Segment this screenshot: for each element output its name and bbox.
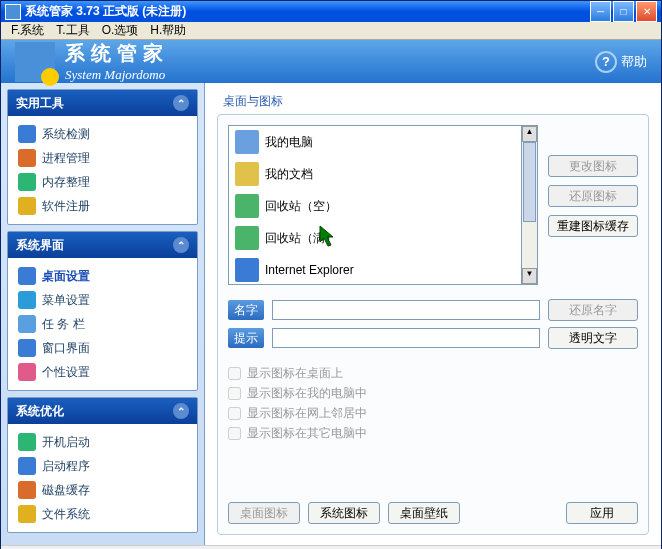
chevron-up-icon: ⌃ (173, 237, 189, 253)
chevron-up-icon: ⌃ (173, 403, 189, 419)
sidebar-item-2-3[interactable]: 文件系统 (12, 502, 193, 526)
nav-icon (18, 267, 36, 285)
nav-icon (18, 291, 36, 309)
chevron-up-icon: ⌃ (173, 95, 189, 111)
transparent-text-button[interactable]: 透明文字 (548, 327, 638, 349)
nav-icon (18, 339, 36, 357)
check-desktop-box[interactable] (228, 367, 241, 380)
nav-icon (18, 149, 36, 167)
scroll-thumb[interactable] (523, 142, 536, 222)
sidebar-item-1-4[interactable]: 个性设置 (12, 360, 193, 384)
tab-wallpaper[interactable]: 桌面壁纸 (388, 502, 460, 524)
list-item-4[interactable]: Internet Explorer (229, 254, 521, 284)
sidebar-item-1-3[interactable]: 窗口界面 (12, 336, 193, 360)
list-icon (235, 162, 259, 186)
nav-icon (18, 505, 36, 523)
group-header-2[interactable]: 系统优化⌃ (8, 398, 197, 424)
close-button[interactable]: ✕ (636, 1, 657, 22)
sidebar-item-0-0[interactable]: 系统检测 (12, 122, 193, 146)
name-input[interactable] (272, 300, 540, 320)
logo-icon (15, 42, 55, 82)
scroll-down-button[interactable]: ▼ (522, 268, 537, 284)
menu-help[interactable]: H.帮助 (144, 22, 192, 39)
check-mycomputer[interactable]: 显示图标在我的电脑中 (228, 383, 638, 403)
list-icon (235, 194, 259, 218)
tab-desktop-icon[interactable]: 桌面图标 (228, 502, 300, 524)
nav-icon (18, 433, 36, 451)
nav-icon (18, 125, 36, 143)
list-icon (235, 258, 259, 282)
footer: 诺雅科技 www.noasia.net ，noasia@163.com ，NoA… (1, 545, 661, 549)
menu-tools[interactable]: T.工具 (50, 22, 95, 39)
list-icon (235, 130, 259, 154)
sidebar-item-0-2[interactable]: 内存整理 (12, 170, 193, 194)
nav-icon (18, 315, 36, 333)
restore-name-button[interactable]: 还原名字 (548, 299, 638, 321)
check-network-box[interactable] (228, 407, 241, 420)
help-label: 帮助 (621, 53, 647, 71)
menu-options[interactable]: O.选项 (96, 22, 145, 39)
sidebar: 实用工具⌃系统检测进程管理内存整理软件注册系统界面⌃桌面设置菜单设置任 务 栏窗… (1, 83, 205, 545)
group-header-0[interactable]: 实用工具⌃ (8, 90, 197, 116)
sidebar-item-2-1[interactable]: 启动程序 (12, 454, 193, 478)
change-icon-button[interactable]: 更改图标 (548, 155, 638, 177)
scroll-track[interactable] (522, 142, 537, 268)
titlebar: 系统管家 3.73 正式版 (未注册) ─ □ ✕ (1, 1, 661, 22)
tab-system-icon[interactable]: 系统图标 (308, 502, 380, 524)
sidebar-item-1-0[interactable]: 桌面设置 (12, 264, 193, 288)
help-button[interactable]: ? 帮助 (595, 51, 647, 73)
hint-label: 提示 (228, 328, 264, 348)
sidebar-item-0-1[interactable]: 进程管理 (12, 146, 193, 170)
scroll-up-button[interactable]: ▲ (522, 126, 537, 142)
list-item-0[interactable]: 我的电脑 (229, 126, 521, 158)
check-network[interactable]: 显示图标在网上邻居中 (228, 403, 638, 423)
check-other[interactable]: 显示图标在其它电脑中 (228, 423, 638, 443)
group-header-1[interactable]: 系统界面⌃ (8, 232, 197, 258)
maximize-button[interactable]: □ (613, 1, 634, 22)
nav-icon (18, 481, 36, 499)
nav-icon (18, 457, 36, 475)
list-item-1[interactable]: 我的文档 (229, 158, 521, 190)
minimize-button[interactable]: ─ (590, 1, 611, 22)
check-mycomputer-box[interactable] (228, 387, 241, 400)
list-item-3[interactable]: 回收站（满） (229, 222, 521, 254)
rebuild-cache-button[interactable]: 重建图标缓存 (548, 215, 638, 237)
sidebar-item-1-2[interactable]: 任 务 栏 (12, 312, 193, 336)
hint-input[interactable] (272, 328, 540, 348)
nav-icon (18, 363, 36, 381)
nav-icon (18, 197, 36, 215)
menubar: F.系统 T.工具 O.选项 H.帮助 (1, 22, 661, 40)
app-icon (5, 4, 21, 20)
icon-listbox[interactable]: 我的电脑我的文档回收站（空）回收站（满）Internet Explorer ▲ … (228, 125, 538, 285)
app-subtitle: System Majordomo (65, 67, 595, 83)
sidebar-item-2-2[interactable]: 磁盘缓存 (12, 478, 193, 502)
panel-title: 桌面与图标 (217, 93, 649, 110)
scrollbar[interactable]: ▲ ▼ (521, 126, 537, 284)
check-desktop[interactable]: 显示图标在桌面上 (228, 363, 638, 383)
name-label: 名字 (228, 300, 264, 320)
nav-icon (18, 173, 36, 191)
header: 系统管家 System Majordomo ? 帮助 (1, 40, 661, 83)
apply-button[interactable]: 应用 (566, 502, 638, 524)
check-other-box[interactable] (228, 427, 241, 440)
menu-file[interactable]: F.系统 (5, 22, 50, 39)
help-icon: ? (595, 51, 617, 73)
restore-icon-button[interactable]: 还原图标 (548, 185, 638, 207)
sidebar-item-2-0[interactable]: 开机启动 (12, 430, 193, 454)
app-title: 系统管家 (65, 40, 595, 67)
sidebar-item-0-3[interactable]: 软件注册 (12, 194, 193, 218)
list-item-2[interactable]: 回收站（空） (229, 190, 521, 222)
window-title: 系统管家 3.73 正式版 (未注册) (25, 3, 590, 20)
main-panel: 桌面与图标 我的电脑我的文档回收站（空）回收站（满）Internet Explo… (205, 83, 661, 545)
list-icon (235, 226, 259, 250)
sidebar-item-1-1[interactable]: 菜单设置 (12, 288, 193, 312)
